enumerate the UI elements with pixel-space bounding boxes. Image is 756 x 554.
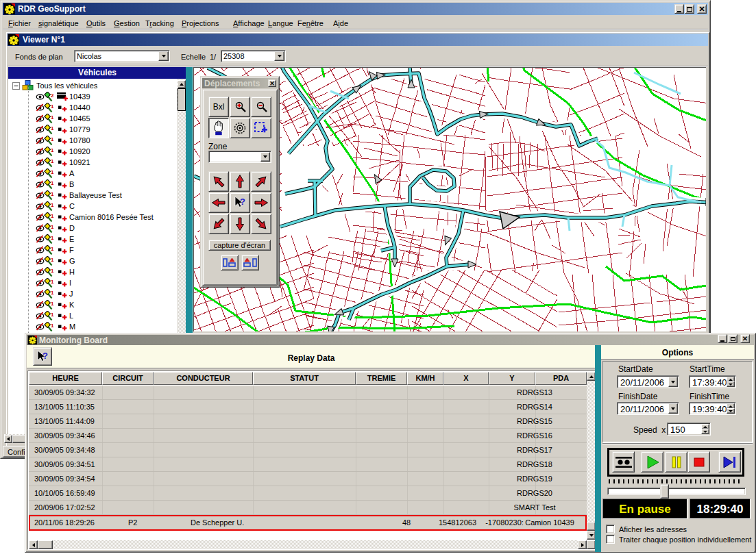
svg-text:1: 1 bbox=[51, 125, 54, 131]
svg-text:1: 1 bbox=[51, 290, 54, 296]
svg-text:?: ? bbox=[42, 351, 48, 361]
svg-text:1: 1 bbox=[51, 158, 54, 164]
svg-text:1: 1 bbox=[51, 191, 54, 197]
svg-text:1: 1 bbox=[51, 169, 54, 175]
svg-text:1: 1 bbox=[51, 147, 54, 153]
svg-text:1: 1 bbox=[51, 202, 54, 208]
svg-text:1: 1 bbox=[51, 235, 54, 241]
svg-text:1: 1 bbox=[51, 213, 54, 219]
svg-text:1: 1 bbox=[51, 301, 54, 307]
svg-text:?: ? bbox=[240, 197, 245, 207]
svg-text:2: 2 bbox=[51, 92, 54, 99]
svg-text:1: 1 bbox=[51, 114, 54, 121]
svg-text:1: 1 bbox=[51, 246, 54, 252]
svg-text:1: 1 bbox=[51, 257, 54, 263]
svg-text:1: 1 bbox=[51, 224, 54, 230]
svg-text:1: 1 bbox=[51, 180, 54, 186]
svg-text:1: 1 bbox=[51, 103, 54, 110]
svg-text:1: 1 bbox=[51, 136, 54, 142]
svg-text:1: 1 bbox=[51, 323, 54, 329]
svg-text:1: 1 bbox=[51, 279, 54, 285]
svg-text:1: 1 bbox=[51, 268, 54, 274]
svg-text:1: 1 bbox=[51, 312, 54, 318]
